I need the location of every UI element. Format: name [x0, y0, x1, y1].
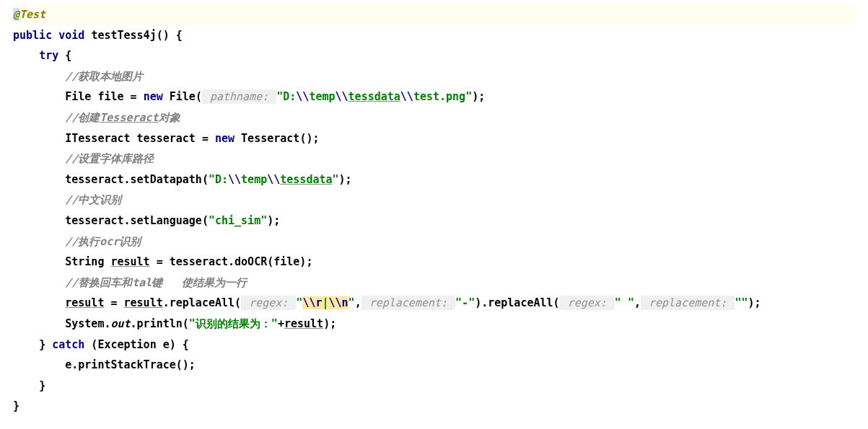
esc5: \\: [267, 173, 280, 186]
lparen1: (: [196, 90, 202, 103]
brace-close2: }: [39, 379, 45, 392]
str-tessdata2: tessdata: [280, 173, 332, 186]
str-path-a: "D:: [276, 90, 296, 103]
comment2c: 对象: [159, 111, 180, 124]
str-path2end: ": [333, 173, 339, 186]
str-regex-n: \\n: [329, 296, 348, 309]
annotation-test: Test: [19, 8, 45, 21]
hint-replacement2: replacement:: [641, 296, 735, 310]
keyword-void: void: [58, 29, 84, 42]
keyword-public: public: [13, 29, 52, 42]
rparen1: ): [475, 296, 481, 309]
comment6c: 键 使结果为一行: [152, 276, 247, 289]
comma2: ,: [634, 296, 641, 309]
call-replace1: .replaceAll(: [163, 296, 241, 309]
var-result2: result: [65, 296, 104, 309]
str-temp2: temp: [241, 173, 267, 186]
comment5c: 识别: [119, 235, 141, 248]
brace2: {: [58, 49, 71, 62]
var-result3: result: [124, 296, 163, 309]
var-file: file: [97, 90, 123, 103]
rparen-semi6: );: [323, 317, 336, 330]
comment-1: //获取本地图片: [65, 70, 143, 83]
type-string: String: [65, 255, 104, 268]
keyword-try: try: [39, 49, 58, 62]
method-name: testTess4j: [91, 29, 156, 42]
rparen-semi1: );: [472, 90, 485, 103]
catch-params: (Exception e) {: [84, 338, 189, 351]
str-testpng: test.png": [413, 90, 472, 103]
comma1: ,: [355, 296, 361, 309]
type-itess: ITesseract: [65, 132, 130, 145]
keyword-new2: new: [215, 132, 234, 145]
call-print: e.printStackTrace();: [65, 358, 196, 371]
eq1b: =: [196, 132, 215, 145]
comment-4: //中文识别: [65, 193, 121, 206]
rparen-semi2: ();: [299, 132, 319, 145]
hint-regex1: regex:: [241, 296, 296, 310]
ctor-tess: Tesseract: [241, 132, 299, 145]
comment2a: //创建: [65, 111, 100, 124]
ctor-file: File: [170, 90, 196, 103]
call-setdata: tesseract.setDatapath(: [65, 173, 209, 186]
call-doocr: tesseract.doOCR(file);: [170, 255, 313, 268]
str-tessdata: tessdata: [348, 90, 400, 103]
call-replace2: .replaceAll(: [481, 296, 559, 309]
eq2: =: [150, 255, 170, 268]
hint-replacement1: replacement:: [361, 296, 455, 310]
var-tesseract: tesseract: [137, 132, 196, 145]
comment-3: //设置字体库路径: [65, 152, 154, 165]
sys: System.: [65, 317, 110, 330]
str-pipe: |: [322, 296, 328, 309]
comment5b: ocr: [100, 235, 119, 248]
hint-pathname: pathname:: [202, 89, 276, 104]
type-file: File: [65, 90, 91, 103]
str-chisim: "chi_sim": [209, 214, 267, 227]
str-temp: temp: [309, 90, 335, 103]
hint-regex2: regex:: [560, 296, 615, 310]
str-q2: ": [348, 296, 355, 309]
code-editor[interactable]: @Test public void testTess4j() { try { /…: [0, 0, 868, 421]
comment2b: Tesseract: [100, 111, 158, 124]
str-path2a: "D:: [209, 173, 228, 186]
call-setlang: tesseract.setLanguage(: [65, 214, 209, 227]
highlighted-line: @Test: [13, 4, 855, 25]
str-dash: "-": [455, 296, 475, 309]
eq3: =: [104, 296, 123, 309]
str-regex-r: \\r: [302, 296, 322, 309]
brace-close3: }: [13, 399, 19, 412]
rparen-semi5: );: [748, 296, 760, 309]
comment5a: //执行: [65, 235, 100, 248]
plus: +: [278, 317, 284, 330]
keyword-new1: new: [144, 90, 163, 103]
esc4: \\: [228, 173, 241, 186]
out: out: [110, 317, 130, 330]
eq1: =: [124, 90, 144, 103]
var-result4: result: [284, 317, 323, 330]
esc1: \\: [296, 90, 309, 103]
rparen-semi4: );: [267, 214, 280, 227]
keyword-catch: catch: [52, 338, 84, 351]
println: .println(: [131, 317, 189, 330]
comment6b: tal: [132, 276, 152, 289]
esc3: \\: [400, 90, 413, 103]
str-empty: "": [735, 296, 748, 309]
rparen-semi3: );: [339, 173, 352, 186]
comment6a: //替换回车和: [65, 276, 132, 289]
parens: (): [157, 29, 170, 42]
var-result: result: [110, 255, 149, 268]
brace-close1: }: [39, 338, 45, 351]
brace: {: [170, 29, 183, 42]
str-output: "识别的结果为：": [189, 317, 278, 330]
esc2: \\: [336, 90, 348, 103]
str-space: " ": [615, 296, 634, 309]
annotation-at: @: [13, 8, 19, 21]
